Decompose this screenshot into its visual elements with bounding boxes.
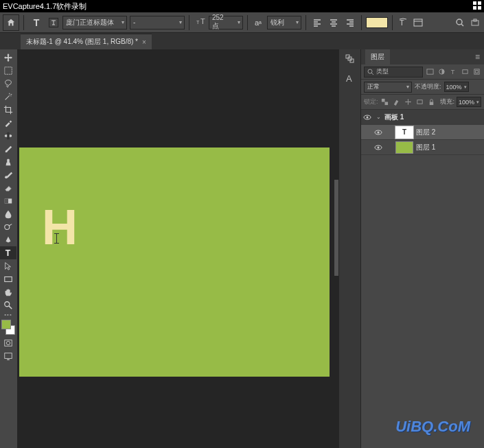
artboard-canvas[interactable]: H [19, 148, 330, 377]
layer-filter-value: 类型 [376, 67, 389, 76]
edit-toolbar-button[interactable]: ••• [0, 311, 16, 318]
svg-rect-3 [478, 6, 481, 10]
opacity-input[interactable]: 100% [444, 82, 469, 92]
align-right-button[interactable] [344, 16, 356, 29]
svg-rect-26 [5, 353, 12, 358]
zoom-tool[interactable] [0, 298, 16, 311]
close-tab-icon[interactable]: × [142, 38, 146, 46]
home-button[interactable] [3, 14, 19, 31]
svg-line-10 [461, 24, 463, 26]
layer-filter-dropdown[interactable]: 类型 [364, 67, 423, 78]
lasso-tool[interactable] [0, 77, 16, 90]
vertical-scrollbar[interactable] [334, 180, 338, 276]
collapsed-panels-strip: A [338, 49, 360, 448]
rectangle-tool[interactable] [0, 272, 16, 285]
font-family-value: 庞门正道标题体 [66, 18, 114, 27]
visibility-toggle-icon[interactable] [373, 143, 383, 152]
svg-text:T: T [400, 19, 404, 27]
foreground-color-swatch[interactable] [1, 320, 11, 329]
visibility-toggle-icon[interactable] [362, 113, 372, 122]
character-panel-toggle[interactable] [412, 16, 424, 29]
layer-row[interactable]: 图层 1 [361, 140, 484, 155]
character-panel-icon[interactable]: A [343, 71, 357, 85]
canvas-area[interactable]: H [18, 49, 338, 448]
font-style-dropdown[interactable]: - [130, 16, 185, 30]
fill-input[interactable]: 100% [457, 97, 481, 107]
blur-tool[interactable] [0, 207, 16, 220]
filter-shape-icon[interactable] [460, 67, 470, 77]
artboard-row[interactable]: ⌄ 画板 1 [361, 110, 484, 125]
visibility-toggle-icon[interactable] [373, 128, 383, 137]
svg-line-19 [9, 224, 12, 226]
move-tool[interactable] [0, 51, 16, 64]
history-brush-tool[interactable] [0, 168, 16, 181]
lock-position-icon[interactable] [404, 97, 413, 107]
svg-rect-17 [5, 198, 8, 203]
layer-row[interactable]: T 图层 2 [361, 125, 484, 140]
svg-rect-42 [417, 100, 422, 104]
eraser-tool[interactable] [0, 181, 16, 194]
clone-stamp-tool[interactable] [0, 155, 16, 168]
lock-pixels-icon[interactable] [392, 97, 402, 107]
window-controls-icon[interactable] [473, 1, 481, 11]
eyedropper-tool[interactable] [0, 116, 16, 129]
align-center-button[interactable] [327, 16, 340, 29]
pen-tool[interactable] [0, 233, 16, 246]
filter-adjustment-icon[interactable] [437, 67, 446, 77]
opacity-label: 不透明度: [415, 82, 441, 91]
layer-thumbnail[interactable]: T [395, 126, 413, 139]
canvas-text-content[interactable]: H [42, 199, 78, 255]
crop-tool[interactable] [0, 103, 16, 116]
svg-text:T: T [196, 20, 200, 25]
document-tab[interactable]: 未标题-1 @ 41.4% (图层 1, RGB/8) * × [21, 34, 152, 49]
marquee-tool[interactable] [0, 64, 16, 77]
filter-pixel-icon[interactable] [425, 67, 435, 77]
share-button[interactable] [469, 16, 481, 29]
type-tool[interactable]: T [0, 246, 16, 259]
search-button[interactable] [454, 16, 466, 29]
layers-panel: 图层 ≡ 类型 T 正常 不透明度: 100% [360, 49, 484, 448]
screen-mode-button[interactable] [0, 349, 16, 362]
magic-wand-tool[interactable] [0, 90, 16, 103]
svg-line-33 [371, 73, 373, 75]
document-tab-label: 未标题-1 @ 41.4% (图层 1, RGB/8) * [26, 37, 138, 47]
antialiasing-dropdown[interactable]: 锐利 [267, 16, 301, 30]
brush-tool[interactable] [0, 142, 16, 155]
lock-all-icon[interactable] [427, 97, 437, 107]
text-tool-indicator[interactable]: T [28, 14, 45, 31]
font-family-dropdown[interactable]: 庞门正道标题体 [62, 16, 127, 30]
blend-mode-dropdown[interactable]: 正常 [364, 82, 412, 93]
layers-panel-tab[interactable]: 图层 [365, 49, 390, 64]
foreground-background-colors[interactable] [0, 320, 16, 336]
text-orientation-toggle[interactable] [49, 18, 58, 27]
lock-label: 锁定: [364, 97, 378, 106]
healing-brush-tool[interactable] [0, 129, 16, 142]
warp-text-button[interactable]: T [397, 16, 409, 29]
svg-text:T: T [200, 17, 205, 25]
svg-rect-21 [5, 276, 12, 281]
path-selection-tool[interactable] [0, 259, 16, 272]
chevron-down-icon[interactable]: ⌄ [375, 114, 382, 120]
svg-rect-7 [414, 19, 422, 26]
text-color-swatch[interactable] [366, 17, 388, 28]
svg-point-45 [367, 116, 369, 118]
gradient-tool[interactable] [0, 194, 16, 207]
artboard-name: 画板 1 [384, 113, 404, 122]
layer-name[interactable]: 图层 2 [416, 128, 435, 137]
lock-artboard-icon[interactable] [415, 97, 425, 107]
panel-menu-icon[interactable]: ≡ [475, 52, 480, 62]
filter-smartobject-icon[interactable] [472, 67, 481, 77]
align-left-button[interactable] [311, 16, 323, 29]
history-panel-icon[interactable] [343, 52, 357, 66]
opacity-value: 100% [446, 84, 462, 91]
layer-thumbnail[interactable] [395, 141, 413, 154]
lock-transparency-icon[interactable] [380, 97, 390, 107]
svg-rect-0 [473, 1, 476, 5]
dodge-tool[interactable] [0, 220, 16, 233]
hand-tool[interactable] [0, 285, 16, 298]
svg-rect-38 [474, 69, 479, 74]
layer-name[interactable]: 图层 1 [416, 143, 435, 152]
font-size-dropdown[interactable]: 252 点 [209, 16, 243, 30]
quickmask-toggle[interactable] [0, 336, 16, 349]
filter-type-icon[interactable]: T [448, 67, 458, 77]
